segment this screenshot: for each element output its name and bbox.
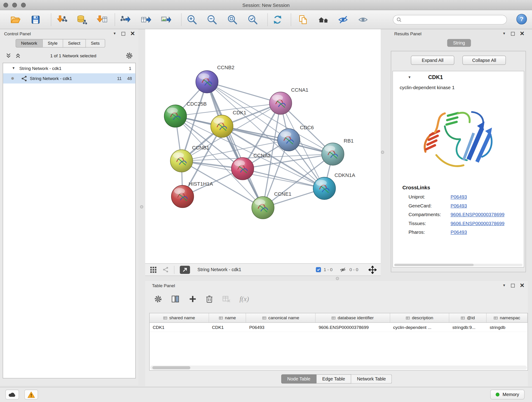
table-cell[interactable]: CDK1: [150, 325, 209, 330]
grid-icon[interactable]: [150, 266, 157, 273]
import-network-from-file-button[interactable]: [55, 13, 68, 26]
cloud-button[interactable]: [6, 390, 19, 400]
tab-select[interactable]: Select: [63, 39, 86, 47]
network-node-CCNB2[interactable]: [196, 70, 218, 93]
tab-edge-table[interactable]: Edge Table: [317, 374, 351, 383]
network-canvas[interactable]: CCNB2CCNA1CDC25BCDK1CDC6RB1CCNB1CCNA2CDK…: [145, 29, 381, 263]
column-header-name[interactable]: name: [209, 313, 246, 322]
close-panel-icon[interactable]: ✕: [130, 31, 135, 36]
network-node-CCNA1[interactable]: [269, 92, 292, 114]
close-window-button[interactable]: [3, 3, 8, 7]
crosslink-value-link[interactable]: 9606.ENSP00000378699: [451, 221, 505, 226]
panel-menu-icon[interactable]: ▼: [113, 32, 116, 35]
hidden-eye-slash-icon[interactable]: [339, 266, 347, 273]
network-node-RB1[interactable]: [322, 143, 344, 165]
import-network-from-database-button[interactable]: [75, 13, 88, 26]
clone-network-button[interactable]: [297, 13, 309, 26]
table-cell[interactable]: 9606.ENSP00000378699: [316, 325, 390, 330]
scrollbar-thumb[interactable]: [394, 264, 474, 266]
float-panel-icon[interactable]: [121, 32, 125, 35]
zoom-out-button[interactable]: [206, 13, 218, 26]
share-icon[interactable]: [163, 267, 169, 273]
crosslink-value-link[interactable]: P06493: [451, 203, 467, 209]
tab-sets[interactable]: Sets: [86, 39, 105, 47]
close-panel-icon[interactable]: ✕: [520, 31, 525, 36]
hide-details-button[interactable]: [337, 13, 350, 26]
help-button[interactable]: ?: [516, 14, 527, 25]
expand-all-button[interactable]: Expand All: [411, 56, 454, 65]
refresh-view-button[interactable]: [271, 13, 284, 26]
column-header-canonical-name[interactable]: canonical name: [246, 313, 316, 322]
column-header-shared-name[interactable]: shared name: [150, 313, 209, 322]
zoom-in-button[interactable]: [186, 13, 198, 26]
open-session-button[interactable]: [9, 13, 22, 26]
network-node-CDC25B[interactable]: [164, 105, 187, 128]
save-session-button[interactable]: [29, 13, 42, 26]
select-columns-icon[interactable]: [171, 295, 180, 303]
table-horizontal-scrollbar[interactable]: [150, 366, 527, 370]
export-view-button[interactable]: [180, 266, 190, 274]
scrollbar-thumb[interactable]: [152, 366, 190, 369]
column-header-database-identifier[interactable]: database identifier: [316, 313, 390, 322]
right-splitter-handle[interactable]: [381, 151, 384, 154]
network-node-CDC6[interactable]: [278, 128, 300, 151]
table-row[interactable]: CDK1CDK1P064939606.ENSP00000378699cyclin…: [150, 323, 528, 332]
table-cell[interactable]: stringdb:9...: [449, 325, 487, 330]
panel-menu-icon[interactable]: ▼: [502, 284, 506, 287]
search-input[interactable]: [404, 16, 507, 24]
network-node-CCNE1[interactable]: [252, 196, 274, 219]
selected-checkbox-icon[interactable]: [316, 267, 321, 272]
network-collection-row[interactable]: ▼ String Network - cdk1 1: [3, 63, 135, 73]
table-cell[interactable]: CDK1: [209, 325, 246, 330]
crosslink-value-link[interactable]: 9606.ENSP00000378699: [451, 212, 505, 217]
function-builder-icon[interactable]: f(x): [239, 295, 249, 303]
tab-network-table[interactable]: Network Table: [351, 374, 392, 383]
float-panel-icon[interactable]: [511, 32, 515, 35]
results-horizontal-scrollbar[interactable]: [394, 264, 523, 266]
warnings-button[interactable]: [25, 390, 38, 400]
network-node-CCNB1[interactable]: [170, 150, 193, 172]
zoom-selected-button[interactable]: [246, 13, 259, 26]
zoom-window-button[interactable]: [21, 3, 26, 7]
home-button[interactable]: [317, 13, 330, 26]
collapse-section-icon[interactable]: ▼: [408, 76, 411, 79]
network-node-CDK1[interactable]: [211, 115, 233, 138]
export-network-button[interactable]: [119, 13, 132, 26]
show-details-button[interactable]: [357, 13, 370, 26]
crosslink-value-link[interactable]: P06493: [451, 194, 467, 200]
float-panel-icon[interactable]: [511, 283, 515, 287]
table-cell[interactable]: stringdb: [487, 325, 528, 330]
export-table-button[interactable]: [139, 13, 152, 26]
panel-menu-icon[interactable]: ▼: [502, 32, 506, 35]
network-node-CDKN1A[interactable]: [313, 177, 336, 200]
left-splitter-handle[interactable]: [140, 205, 143, 208]
gear-icon[interactable]: [154, 295, 162, 303]
delete-column-icon[interactable]: [206, 295, 213, 303]
tab-node-table[interactable]: Node Table: [281, 374, 317, 383]
tab-string[interactable]: String: [447, 39, 471, 47]
close-panel-icon[interactable]: ✕: [520, 283, 525, 288]
minimize-window-button[interactable]: [12, 3, 17, 7]
crosslink-value-link[interactable]: P06493: [451, 230, 467, 235]
network-row-selected[interactable]: String Network - cdk1 11 48: [3, 73, 135, 83]
protein-card-header[interactable]: ▼ CDK1: [393, 71, 524, 83]
tab-network[interactable]: Network: [16, 39, 43, 47]
column-header--id[interactable]: @id: [449, 313, 487, 322]
collapse-all-icon[interactable]: [6, 53, 12, 59]
column-header-description[interactable]: description: [390, 313, 450, 322]
delete-table-icon[interactable]: [222, 295, 231, 303]
table-cell[interactable]: P06493: [246, 325, 316, 330]
tab-style[interactable]: Style: [43, 39, 63, 47]
collapse-all-button[interactable]: Collapse All: [462, 56, 506, 65]
add-column-icon[interactable]: [189, 295, 197, 303]
network-node-CCNA2[interactable]: [231, 157, 254, 180]
network-node-HIST1H1A[interactable]: [171, 185, 194, 208]
table-cell[interactable]: cyclin-dependent ...: [390, 325, 450, 330]
import-table-from-file-button[interactable]: [95, 13, 108, 26]
bottom-splitter-handle[interactable]: [336, 277, 339, 280]
column-header-namespac[interactable]: namespac: [487, 313, 528, 322]
expand-all-icon[interactable]: [15, 53, 21, 59]
network-edge[interactable]: [207, 82, 280, 103]
gear-icon[interactable]: [126, 52, 133, 60]
memory-button[interactable]: Memory: [490, 390, 525, 400]
